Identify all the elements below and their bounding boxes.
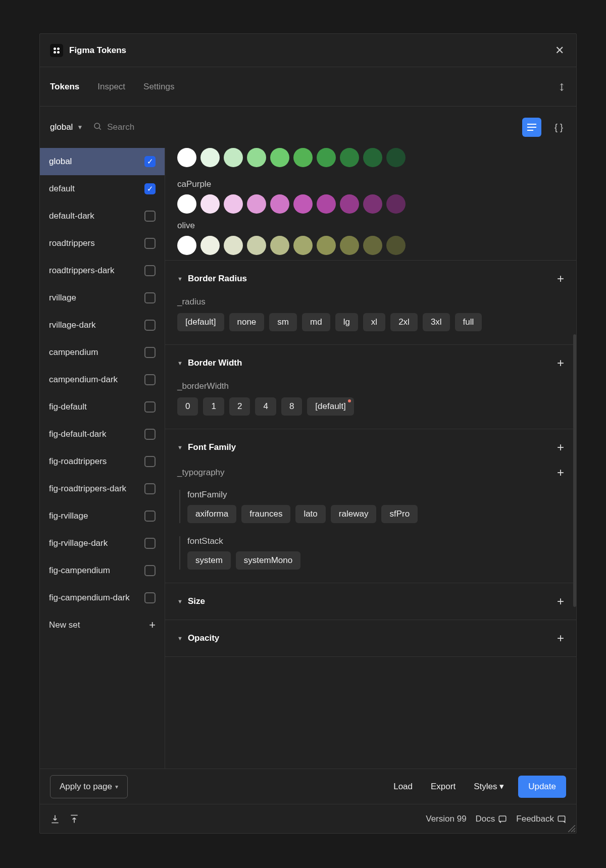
- color-swatch[interactable]: [177, 194, 196, 214]
- tab-tokens[interactable]: Tokens: [50, 82, 79, 92]
- token-chip[interactable]: fraunces: [241, 505, 290, 523]
- sidebar-item-campendium-dark[interactable]: campendium-dark: [40, 366, 165, 393]
- sidebar-item-fig-campendium[interactable]: fig-campendium: [40, 557, 165, 584]
- add-token-button[interactable]: +: [557, 356, 564, 370]
- sidebar-item-fig-roadtrippers[interactable]: fig-roadtrippers: [40, 448, 165, 475]
- add-token-button[interactable]: +: [557, 631, 564, 645]
- sidebar-item-campendium[interactable]: campendium: [40, 339, 165, 366]
- token-chip[interactable]: full: [455, 313, 482, 331]
- color-swatch[interactable]: [363, 236, 382, 255]
- set-checkbox[interactable]: [144, 456, 156, 467]
- set-checkbox[interactable]: [144, 292, 156, 303]
- token-chip[interactable]: xl: [363, 313, 385, 331]
- sidebar-item-rvillage[interactable]: rvillage: [40, 284, 165, 312]
- set-checkbox[interactable]: ✓: [144, 183, 156, 194]
- token-chip[interactable]: none: [229, 313, 265, 331]
- color-swatch[interactable]: [224, 194, 243, 214]
- sidebar-item-roadtrippers-dark[interactable]: roadtrippers-dark: [40, 257, 165, 284]
- set-checkbox[interactable]: [144, 565, 156, 576]
- color-swatch[interactable]: [177, 148, 196, 167]
- add-token-button[interactable]: +: [557, 466, 564, 480]
- color-swatch[interactable]: [340, 236, 359, 255]
- caret-down-icon[interactable]: ▼: [177, 360, 183, 366]
- color-swatch[interactable]: [270, 194, 289, 214]
- color-swatch[interactable]: [224, 148, 243, 167]
- sidebar-item-rvillage-dark[interactable]: rvillage-dark: [40, 312, 165, 339]
- add-token-button[interactable]: +: [557, 440, 564, 454]
- token-chip[interactable]: sfPro: [381, 505, 418, 523]
- set-checkbox[interactable]: [144, 374, 156, 385]
- set-checkbox[interactable]: [144, 510, 156, 522]
- token-chip[interactable]: system: [187, 551, 231, 570]
- scrollbar[interactable]: [573, 334, 576, 607]
- sidebar-item-roadtrippers[interactable]: roadtrippers: [40, 230, 165, 257]
- set-checkbox[interactable]: [144, 347, 156, 358]
- sidebar-item-default-dark[interactable]: default-dark: [40, 202, 165, 230]
- download-icon[interactable]: [50, 814, 60, 824]
- color-swatch[interactable]: [247, 236, 266, 255]
- sidebar-item-fig-rvillage[interactable]: fig-rvillage: [40, 502, 165, 530]
- caret-down-icon[interactable]: ▼: [177, 598, 183, 604]
- color-swatch[interactable]: [317, 236, 336, 255]
- new-set-button[interactable]: New set+: [40, 611, 165, 639]
- sidebar-item-fig-default-dark[interactable]: fig-default-dark: [40, 421, 165, 448]
- token-chip[interactable]: 1: [203, 397, 224, 416]
- json-view-button[interactable]: { }: [551, 122, 566, 133]
- color-swatch[interactable]: [270, 148, 289, 167]
- set-checkbox[interactable]: [144, 538, 156, 549]
- upload-icon[interactable]: [69, 814, 79, 824]
- set-checkbox[interactable]: [144, 592, 156, 603]
- apply-to-page-button[interactable]: Apply to page ▾: [50, 775, 128, 798]
- color-swatch[interactable]: [200, 236, 220, 255]
- token-chip[interactable]: lato: [295, 505, 325, 523]
- set-selector[interactable]: global ▼: [50, 122, 83, 132]
- resize-handle-icon[interactable]: [568, 825, 575, 832]
- sidebar-item-fig-rvillage-dark[interactable]: fig-rvillage-dark: [40, 530, 165, 557]
- styles-button[interactable]: Styles ▾: [470, 781, 508, 792]
- token-chip[interactable]: sm: [269, 313, 297, 331]
- sidebar-item-fig-default[interactable]: fig-default: [40, 393, 165, 421]
- set-checkbox[interactable]: [144, 429, 156, 440]
- tab-settings[interactable]: Settings: [143, 82, 174, 92]
- set-checkbox[interactable]: ✓: [144, 156, 156, 167]
- token-chip[interactable]: 3xl: [423, 313, 450, 331]
- color-swatch[interactable]: [340, 194, 359, 214]
- token-chip[interactable]: 2xl: [390, 313, 418, 331]
- token-chip[interactable]: [default]: [307, 397, 354, 416]
- update-button[interactable]: Update: [518, 776, 566, 798]
- tab-inspect[interactable]: Inspect: [97, 82, 125, 92]
- sidebar-item-default[interactable]: default ✓: [40, 175, 165, 202]
- color-swatch[interactable]: [317, 194, 336, 214]
- color-swatch[interactable]: [293, 236, 313, 255]
- token-chip[interactable]: [default]: [177, 313, 224, 331]
- color-swatch[interactable]: [247, 148, 266, 167]
- color-swatch[interactable]: [270, 236, 289, 255]
- caret-down-icon[interactable]: ▼: [177, 444, 183, 450]
- set-checkbox[interactable]: [144, 401, 156, 413]
- token-chip[interactable]: raleway: [331, 505, 377, 523]
- token-chip[interactable]: 8: [281, 397, 302, 416]
- list-view-button[interactable]: [522, 118, 541, 137]
- search-input[interactable]: [107, 122, 214, 132]
- color-swatch[interactable]: [177, 236, 196, 255]
- collapse-icon[interactable]: ⤢: [554, 79, 569, 94]
- color-swatch[interactable]: [293, 194, 313, 214]
- color-swatch[interactable]: [386, 194, 406, 214]
- sidebar-item-fig-roadtrippers-dark[interactable]: fig-roadtrippers-dark: [40, 475, 165, 502]
- color-swatch[interactable]: [386, 148, 406, 167]
- caret-down-icon[interactable]: ▼: [177, 635, 183, 641]
- token-chip[interactable]: lg: [335, 313, 358, 331]
- add-token-button[interactable]: +: [557, 272, 564, 286]
- token-chip[interactable]: 2: [229, 397, 250, 416]
- export-button[interactable]: Export: [427, 782, 460, 792]
- token-chip[interactable]: md: [302, 313, 330, 331]
- token-chip[interactable]: 0: [177, 397, 198, 416]
- sidebar-item-global[interactable]: global ✓: [40, 148, 165, 175]
- token-chip[interactable]: systemMono: [236, 551, 300, 570]
- caret-down-icon[interactable]: ▼: [177, 276, 183, 282]
- color-swatch[interactable]: [363, 194, 382, 214]
- color-swatch[interactable]: [200, 148, 220, 167]
- set-checkbox[interactable]: [144, 238, 156, 249]
- feedback-link[interactable]: Feedback: [516, 814, 566, 824]
- color-swatch[interactable]: [224, 236, 243, 255]
